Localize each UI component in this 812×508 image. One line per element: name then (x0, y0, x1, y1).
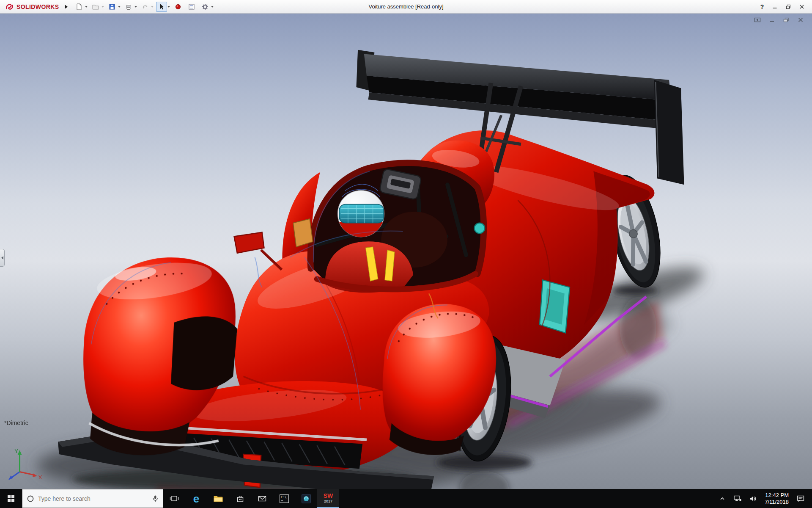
triad-y-label: Y (14, 448, 18, 454)
window-controls: ? (756, 1, 809, 12)
z-axis-arrow (8, 475, 13, 480)
close-icon (798, 17, 804, 22)
command-prompt-icon: C:\ (279, 494, 289, 504)
record-button[interactable] (173, 2, 184, 12)
task-pane-collapse-handle[interactable] (0, 249, 5, 267)
document-properties-button[interactable] (186, 2, 197, 12)
restore-pane-icon (754, 17, 761, 23)
photos-button[interactable] (295, 489, 317, 508)
minimize-button[interactable] (768, 1, 782, 12)
new-document-button[interactable] (74, 2, 85, 12)
save-icon (109, 3, 115, 10)
solidworks-icon-year: 2017 (324, 499, 332, 503)
start-button[interactable] (0, 489, 22, 508)
file-explorer-button[interactable] (207, 489, 229, 508)
document-minimize-button[interactable] (767, 16, 776, 24)
document-restore-button[interactable] (782, 16, 791, 24)
solidworks-logo: SOLIDWORKS (3, 3, 60, 11)
store-icon (236, 494, 244, 503)
action-center-icon (796, 495, 805, 502)
side-intake (171, 316, 237, 390)
x-axis-arrow (33, 473, 37, 477)
triad-x-label: X (38, 474, 42, 480)
toolbar-save-group (107, 2, 121, 12)
title-bar: SOLIDWORKS (0, 0, 812, 14)
task-view-icon (170, 495, 179, 502)
search-input[interactable] (38, 495, 148, 502)
options-button[interactable] (200, 2, 211, 12)
document-window-controls (753, 16, 805, 24)
new-dropdown-caret[interactable] (85, 6, 88, 8)
minimize-icon (772, 4, 777, 9)
system-tray: 12:42 PM 7/11/2018 (715, 489, 812, 508)
options-dropdown-caret[interactable] (211, 6, 214, 8)
volume-button[interactable] (745, 495, 760, 502)
edge-button[interactable]: e (185, 489, 207, 508)
volume-icon (749, 495, 757, 502)
solidworks-taskbar-button[interactable]: SW 2017 (317, 489, 339, 508)
hidden-icons-button[interactable] (715, 496, 730, 501)
graphics-area[interactable]: Y X (0, 14, 812, 489)
toolbar-record-group (173, 2, 184, 12)
amber-vent (293, 219, 313, 247)
undo-icon (142, 3, 148, 10)
save-button[interactable] (107, 2, 118, 12)
taskbar: e C:\ (0, 489, 812, 508)
clock-time: 12:42 PM (765, 492, 789, 499)
close-button[interactable] (795, 1, 809, 12)
view-orientation-label: *Dimetric (4, 420, 28, 426)
tray-chevron-icon (719, 496, 725, 501)
select-cursor-icon (158, 3, 165, 10)
select-button[interactable] (156, 2, 167, 12)
start-icon (7, 494, 15, 503)
taskbar-search[interactable] (22, 489, 163, 508)
solidworks-icon: SW (324, 493, 333, 499)
ds-mark-icon (5, 3, 14, 11)
save-dropdown-caret[interactable] (118, 6, 121, 8)
print-button[interactable] (123, 2, 134, 12)
solidworks-window: SOLIDWORKS (0, 0, 812, 508)
open-button[interactable] (90, 2, 101, 12)
collapse-arrow-icon (1, 256, 3, 260)
minimize-icon (769, 17, 775, 22)
svg-text:C:\: C:\ (281, 495, 287, 499)
restore-pane-button[interactable] (753, 16, 762, 24)
store-button[interactable] (229, 489, 251, 508)
mail-icon (258, 495, 267, 502)
task-view-button[interactable] (163, 489, 185, 508)
action-center-button[interactable] (793, 495, 808, 502)
taskbar-clock[interactable]: 12:42 PM 7/11/2018 (760, 492, 793, 505)
select-dropdown-caret[interactable] (167, 6, 170, 8)
edge-icon: e (193, 493, 199, 504)
toolbar-options-group (200, 2, 214, 12)
microphone-icon[interactable] (152, 495, 159, 502)
record-icon (175, 3, 181, 10)
restore-button[interactable] (782, 1, 795, 12)
restore-icon (786, 4, 791, 9)
side-mirror[interactable] (234, 232, 264, 253)
command-prompt-button[interactable]: C:\ (273, 489, 295, 508)
restore-icon (783, 17, 789, 22)
undo-dropdown-caret[interactable] (151, 6, 154, 8)
toolbar-new-group (74, 2, 88, 12)
open-icon (92, 3, 99, 10)
undo-button[interactable] (140, 2, 151, 12)
clock-date: 7/11/2018 (765, 499, 789, 505)
toolbar-undo-group (140, 2, 154, 12)
print-icon (125, 3, 132, 10)
toolbar-flyout-arrow-icon[interactable] (65, 5, 68, 9)
graphics-viewport[interactable]: Y X *Dimetric (0, 14, 812, 489)
toolbar-select-group (156, 2, 170, 12)
network-button[interactable] (730, 495, 745, 502)
print-dropdown-caret[interactable] (134, 6, 137, 8)
toolbar-properties-group (186, 2, 197, 12)
open-dropdown-caret[interactable] (102, 6, 104, 8)
teal-fitting (475, 223, 485, 233)
help-button[interactable]: ? (756, 1, 768, 12)
photos-icon (301, 494, 311, 504)
document-properties-icon (188, 3, 195, 10)
mail-button[interactable] (251, 489, 273, 508)
options-gear-icon (202, 3, 208, 10)
document-close-button[interactable] (796, 16, 805, 24)
toolbar-print-group (123, 2, 137, 12)
